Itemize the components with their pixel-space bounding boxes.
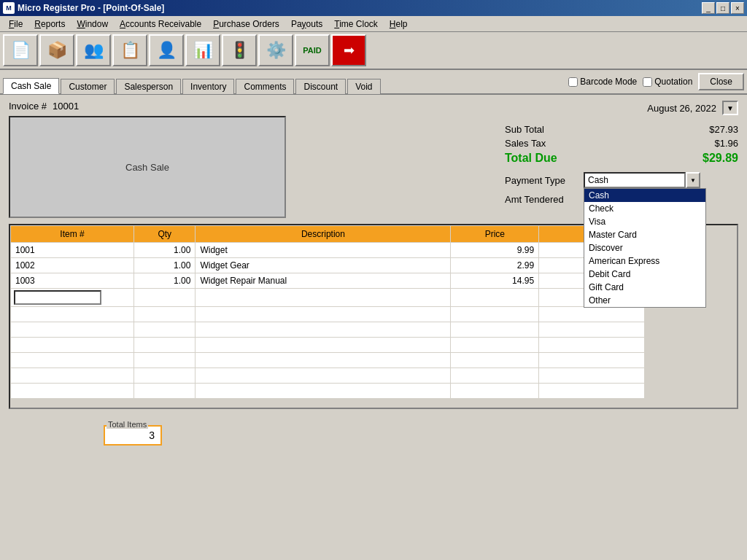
toolbar-paid[interactable]: PAID (295, 34, 330, 66)
cell-desc-1003: Widget Repair Manual (196, 273, 451, 289)
col-qty: Qty (133, 226, 195, 243)
cell-price-input (451, 289, 539, 307)
total-items-label: Total Items (107, 420, 148, 429)
menu-file[interactable]: File (3, 18, 28, 31)
cell-desc-input (196, 289, 451, 307)
invoice-date: August 26, 2022 (647, 103, 716, 114)
title-bar: M Micro Register Pro - [Point-Of-Sale] _… (0, 0, 747, 16)
invoice-header: Invoice # 10001 Cash Sale August 26, 202… (9, 101, 738, 218)
date-row: August 26, 2022 ▼ (505, 101, 738, 115)
menu-help[interactable]: Help (384, 18, 414, 31)
minimize-button[interactable]: _ (702, 2, 715, 14)
app-icon: M (3, 2, 15, 14)
cell-qty-input (133, 289, 195, 307)
cell-qty-1001: 1.00 (133, 243, 195, 258)
tab-void[interactable]: Void (347, 79, 380, 94)
items-table: Item # Qty Description Price 1001 1.00 W… (10, 225, 645, 399)
quotation-checkbox[interactable] (643, 77, 652, 87)
table-row: 1001 1.00 Widget 9.99 (11, 243, 645, 258)
menu-payouts[interactable]: Payouts (285, 18, 328, 31)
tab-inventory[interactable]: Inventory (182, 79, 234, 94)
table-header-row: Item # Qty Description Price (11, 226, 645, 243)
subtotal-label: Sub Total (505, 124, 544, 135)
cell-item-input[interactable] (11, 289, 134, 307)
tab-comments[interactable]: Comments (236, 79, 294, 94)
table-row-empty (11, 368, 645, 384)
close-button[interactable]: Close (698, 73, 744, 90)
invoice-number-row: Invoice # 10001 (9, 101, 490, 112)
tab-bar: Cash Sale Customer Salesperson Inventory… (0, 70, 747, 95)
payment-dropdown-container: ▼ Cash Check Visa Master Card Discover A… (584, 172, 700, 188)
cell-price-1002: 2.99 (451, 258, 539, 273)
col-price: Price (451, 226, 539, 243)
barcode-mode-text: Barcode Mode (580, 77, 637, 87)
menu-purchase-orders[interactable]: Purchase Orders (207, 18, 285, 31)
toolbar-salesperson[interactable]: 👤 (149, 34, 184, 66)
tab-salesperson[interactable]: Salesperson (116, 79, 181, 94)
payment-option-debit[interactable]: Debit Card (584, 268, 705, 281)
customer-name: Cash Sale (125, 162, 169, 173)
table-row-empty (11, 353, 645, 368)
customer-box: Cash Sale (9, 116, 286, 218)
payment-option-check[interactable]: Check (584, 202, 705, 215)
payment-option-other[interactable]: Other (584, 294, 705, 307)
payment-type-row: Payment Type ▼ Cash Check Visa Master Ca… (505, 172, 738, 188)
quotation-text: Quotation (654, 77, 692, 87)
tax-row: Sales Tax $1.96 (505, 136, 738, 150)
menu-accounts-receivable[interactable]: Accounts Receivable (114, 18, 207, 31)
toolbar-new[interactable]: 📄 (3, 34, 38, 66)
item-number-input[interactable] (14, 290, 101, 305)
toolbar: 📄 📦 👥 📋 👤 📊 🚦 ⚙️ PAID ➡ (0, 32, 747, 70)
toolbar-traffic[interactable]: 🚦 (222, 34, 257, 66)
barcode-mode-label[interactable]: Barcode Mode (568, 77, 637, 87)
close-window-button[interactable]: × (731, 2, 744, 14)
toolbar-customers[interactable]: 👥 (76, 34, 111, 66)
maximize-button[interactable]: □ (716, 2, 729, 14)
menu-time-clock[interactable]: Time Clock (328, 18, 384, 31)
toolbar-inventory[interactable]: 📊 (185, 34, 220, 66)
main-content: Invoice # 10001 Cash Sale August 26, 202… (0, 95, 747, 451)
menu-window[interactable]: Window (71, 18, 114, 31)
payment-option-cash[interactable]: Cash (584, 189, 705, 202)
toolbar-open[interactable]: 📦 (39, 34, 74, 66)
table-row-empty (11, 338, 645, 353)
total-label: Total Due (505, 152, 557, 165)
invoice-number: 10001 (53, 101, 79, 112)
table-input-row (11, 289, 645, 307)
invoice-label: Invoice # (9, 101, 47, 112)
total-items-box: Total Items 3 (104, 415, 162, 446)
tab-cash-sale[interactable]: Cash Sale (3, 78, 59, 94)
tax-value: $1.96 (714, 138, 738, 149)
payment-option-mastercard[interactable]: Master Card (584, 228, 705, 241)
payment-option-giftcard[interactable]: Gift Card (584, 281, 705, 294)
toolbar-settings[interactable]: ⚙️ (258, 34, 293, 66)
title-text: Micro Register Pro - [Point-Of-Sale] (18, 3, 702, 13)
total-value: $29.89 (703, 152, 738, 165)
invoice-left: Invoice # 10001 Cash Sale (9, 101, 490, 218)
toolbar-reports[interactable]: 📋 (112, 34, 147, 66)
toolbar-exit[interactable]: ➡ (331, 34, 366, 66)
subtotal-value: $27.93 (709, 124, 738, 135)
quotation-label[interactable]: Quotation (643, 77, 692, 87)
payment-type-dropdown-button[interactable]: ▼ (686, 172, 700, 188)
cell-desc-1002: Widget Gear (196, 258, 451, 273)
invoice-right: August 26, 2022 ▼ Sub Total $27.93 Sales… (490, 101, 738, 207)
payment-option-amex[interactable]: American Express (584, 254, 705, 268)
amt-tendered-label: Amt Tendered (505, 194, 578, 205)
table-row: 1002 1.00 Widget Gear 2.99 (11, 258, 645, 273)
cell-price-1001: 9.99 (451, 243, 539, 258)
menu-reports[interactable]: Reports (28, 18, 71, 31)
payment-option-discover[interactable]: Discover (584, 241, 705, 254)
payment-option-visa[interactable]: Visa (584, 215, 705, 228)
tab-customer[interactable]: Customer (61, 79, 115, 94)
payment-type-input[interactable] (584, 172, 686, 188)
tab-discount[interactable]: Discount (295, 79, 346, 94)
date-dropdown-button[interactable]: ▼ (722, 101, 738, 115)
subtotal-row: Sub Total $27.93 (505, 122, 738, 136)
totals-table: Sub Total $27.93 Sales Tax $1.96 Total D… (505, 122, 738, 166)
cell-desc-1001: Widget (196, 243, 451, 258)
col-item-num: Item # (11, 226, 134, 243)
barcode-mode-checkbox[interactable] (568, 77, 578, 87)
total-due-row: Total Due $29.89 (505, 150, 738, 166)
table-row-empty (11, 322, 645, 338)
